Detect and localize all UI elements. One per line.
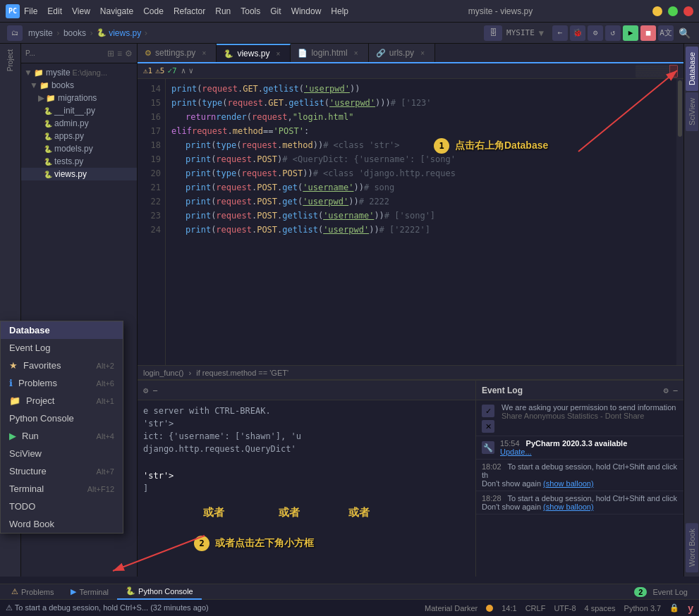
star-icon: ★ xyxy=(9,360,18,371)
share-icon[interactable]: ✓ xyxy=(482,405,494,417)
event-log-gear[interactable]: ⚙ xyxy=(664,386,669,395)
warn-badge-1: ⚠1 xyxy=(143,66,152,75)
menu-git[interactable]: Git xyxy=(270,6,281,16)
tab-login[interactable]: 📄 login.html × xyxy=(291,44,368,62)
tree-item-migrations[interactable]: ▶ 📁 migrations xyxy=(21,92,137,104)
tree-item-views[interactable]: 🐍 views.py xyxy=(21,168,137,180)
menu-edit[interactable]: Edit xyxy=(47,6,62,16)
breadcrumb-views[interactable]: views.py xyxy=(109,28,141,38)
wrench-icon[interactable]: 🔧 xyxy=(482,441,494,454)
code-line-16: return render(request, "login.html" xyxy=(171,110,678,124)
tree-item-tests[interactable]: 🐍 tests.py xyxy=(21,155,137,168)
close-urls-tab[interactable]: × xyxy=(418,48,427,58)
menu-navigate[interactable]: Navigate xyxy=(100,6,133,16)
menu-window[interactable]: Window xyxy=(291,6,322,16)
menu-help[interactable]: Help xyxy=(331,6,348,16)
stop-button[interactable]: ■ xyxy=(640,25,656,41)
menu-item-terminal[interactable]: Terminal Alt+F12 xyxy=(1,480,123,498)
editor-scrollbar[interactable] xyxy=(676,79,683,365)
tree-item-init[interactable]: 🐍 __init__.py xyxy=(21,104,137,117)
menu-item-wordbook[interactable]: Word Book xyxy=(1,515,123,533)
menu-run[interactable]: Run xyxy=(215,6,231,16)
menu-view[interactable]: View xyxy=(72,6,90,16)
event-log-minimize[interactable]: − xyxy=(673,386,678,395)
nav-up[interactable]: ∧ xyxy=(181,66,186,75)
menu-item-favorites[interactable]: ★ Favorites Alt+2 xyxy=(1,357,123,374)
menu-tools[interactable]: Tools xyxy=(241,6,260,16)
ok-badge-7: ✓7 xyxy=(168,66,177,75)
gear-icon[interactable]: ⚙ xyxy=(143,386,148,395)
bug-button[interactable]: 🐞 xyxy=(570,25,585,41)
project-label: Project xyxy=(4,47,16,74)
menu-refactor[interactable]: Refactor xyxy=(174,6,205,16)
wordbook-sidebar-btn[interactable]: Word Book xyxy=(686,523,698,572)
search-button[interactable]: 🔍 xyxy=(676,25,692,41)
database-sidebar-btn[interactable]: Database xyxy=(686,47,698,91)
sciview-sidebar-btn[interactable]: SciView xyxy=(686,92,698,131)
tab-views[interactable]: 🐍 views.py × xyxy=(217,44,291,62)
nav-down[interactable]: ∨ xyxy=(188,66,193,75)
title-left: PC File Edit View Navigate Code Refactor… xyxy=(6,4,348,18)
event-permission-text: We are asking your permission to send in… xyxy=(502,403,676,412)
menu-item-python-console[interactable]: Python Console xyxy=(1,409,123,427)
maximize-button[interactable] xyxy=(668,6,678,16)
back-button[interactable]: ← xyxy=(552,25,568,41)
close-settings-tab[interactable]: × xyxy=(199,48,209,58)
tree-settings-icon[interactable]: ≡ xyxy=(117,49,122,58)
tree-expand-icon[interactable]: ⊞ xyxy=(107,49,114,58)
scrollbar-thumb[interactable] xyxy=(678,80,682,137)
event-log-tab[interactable]: 2 Event Log xyxy=(626,584,696,600)
bottom-tabs: ⚠ Problems ▶ Terminal 🐍 Python Console 2… xyxy=(0,584,699,599)
menu-code[interactable]: Code xyxy=(143,6,164,16)
menu-item-run[interactable]: ▶ Run Alt+4 xyxy=(1,427,123,445)
project-icon[interactable]: 🗂 xyxy=(7,25,23,41)
event-debug2-text: To start a debug session, hold Ctrl+Shif… xyxy=(507,494,677,503)
code-line-19: print(request.POST) # <QueryDict: {'user… xyxy=(171,152,678,166)
menu-item-problems[interactable]: ℹ Problems Alt+6 xyxy=(1,374,123,392)
menu-item-sciview[interactable]: SciView xyxy=(1,445,123,462)
menu-bar: File Edit View Navigate Code Refactor Ru… xyxy=(24,6,348,16)
close-views-tab[interactable]: × xyxy=(273,49,283,58)
login-html-icon: 📄 xyxy=(298,49,308,58)
tree-item-mysite[interactable]: ▼ 📁 mysite E:\djang... xyxy=(21,66,137,79)
close-button[interactable] xyxy=(683,6,693,16)
update-link[interactable]: Update... xyxy=(500,448,532,456)
refresh-button[interactable]: ↺ xyxy=(605,25,621,41)
run-icon: ▶ xyxy=(9,431,16,441)
problems-icon: ⚠ xyxy=(11,587,18,596)
menu-item-database[interactable]: Database xyxy=(1,321,123,339)
show-balloon-link-1[interactable]: (show balloon) xyxy=(543,479,594,488)
tree-item-admin[interactable]: 🐍 admin.py xyxy=(21,117,137,130)
tree-item-apps[interactable]: 🐍 apps.py xyxy=(21,130,137,142)
code-editor[interactable]: 1415161718192021222324 print(request.GET… xyxy=(138,79,683,365)
minimize-button[interactable] xyxy=(652,6,662,16)
menu-item-event-log[interactable]: Event Log xyxy=(1,339,123,357)
code-line-22: print(request.POST.get('userpwd')) # 222… xyxy=(171,195,678,209)
menu-item-project[interactable]: 📁 Project Alt+1 xyxy=(1,392,123,409)
breadcrumb-mysite[interactable]: mysite xyxy=(28,28,53,38)
bottom-right-panel: Event Log ⚙ − ✓ ✕ We ar xyxy=(476,381,683,577)
tree-gear-icon[interactable]: ⚙ xyxy=(125,49,133,58)
menu-item-structure[interactable]: Structure Alt+7 xyxy=(1,462,123,480)
python-console-tab[interactable]: 🐍 Python Console xyxy=(117,584,202,600)
show-balloon-link-2[interactable]: (show balloon) xyxy=(543,503,594,511)
breadcrumb-books[interactable]: books xyxy=(63,28,86,38)
tab-urls[interactable]: 🔗 urls.py × xyxy=(369,44,435,62)
tab-settings[interactable]: ⚙ settings.py × xyxy=(138,44,217,62)
translate-button[interactable]: A文 xyxy=(658,25,674,41)
tree-item-models[interactable]: 🐍 models.py xyxy=(21,142,137,155)
problems-tab[interactable]: ⚠ Problems xyxy=(3,584,62,600)
event-item-debug1: 18:02 To start a debug session, hold Ctr… xyxy=(476,460,683,491)
menu-item-todo[interactable]: TODO xyxy=(1,498,123,515)
tree-item-books[interactable]: ▼ 📁 books xyxy=(21,79,137,92)
terminal-tab[interactable]: ▶ Terminal xyxy=(62,584,117,600)
minimize-panel-icon[interactable]: − xyxy=(152,386,157,395)
code-line-14: print(request.GET.getlist('userpwd')) xyxy=(171,82,678,96)
menu-file[interactable]: File xyxy=(24,6,37,16)
db-icon-btn[interactable]: 🗄 xyxy=(484,25,502,41)
decline-icon[interactable]: ✕ xyxy=(482,420,494,433)
run-button[interactable]: ▶ xyxy=(623,25,638,41)
close-login-tab[interactable]: × xyxy=(351,48,361,58)
event-time-2: 18:02 xyxy=(482,462,502,471)
settings-button[interactable]: ⚙ xyxy=(588,25,603,41)
